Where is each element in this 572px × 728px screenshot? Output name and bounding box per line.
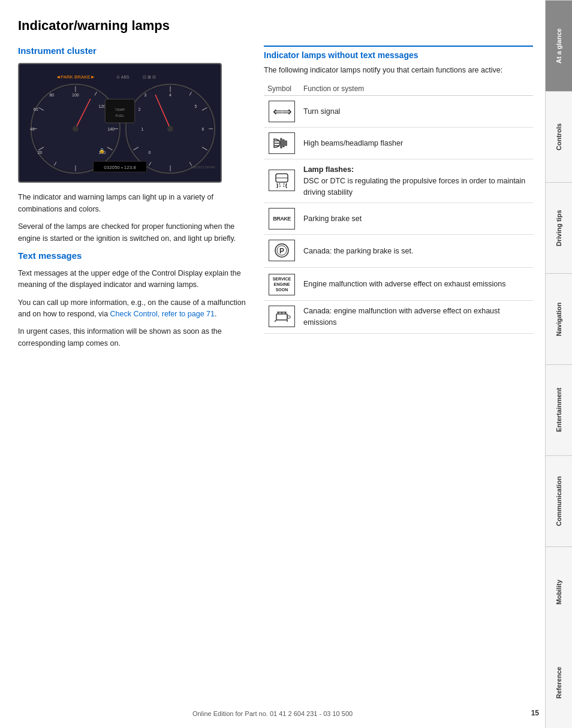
svg-text:60: 60 (34, 108, 38, 112)
right-column: Indicator lamps without text messages Th… (264, 46, 533, 710)
svg-line-71 (275, 320, 276, 322)
text-messages-para-2: You can call up more information, e.g., … (18, 297, 246, 321)
check-control-link[interactable]: Check Control, refer to page 71 (110, 310, 215, 318)
engine-canada-icon (269, 306, 295, 327)
body-para-2: Several of the lamps are checked for pro… (18, 221, 246, 244)
table-row: ⇐⇒ Turn signal (264, 96, 533, 128)
right-section-heading: Indicator lamps without text messages (264, 46, 533, 60)
svg-rect-55 (283, 140, 284, 147)
sidebar-item-driving-tips[interactable]: Driving tips (546, 182, 572, 273)
sidebar-item-communication[interactable]: Communication (546, 455, 572, 546)
side-navigation: At a glance Controls Driving tips Naviga… (545, 0, 572, 728)
function-cell-engine-canada: Canada: engine malfunction with adverse … (300, 300, 533, 333)
right-section-desc: The following indicator lamps notify you… (264, 65, 533, 76)
svg-point-43 (167, 126, 173, 132)
text-messages-heading: Text messages (18, 250, 246, 261)
svg-point-23 (73, 126, 79, 132)
footer-text: Online Edition for Part no. 01 41 2 604 … (0, 710, 545, 717)
svg-text:5: 5 (195, 105, 197, 109)
svg-text:0: 0 (148, 151, 150, 155)
function-cell-service-engine: Engine malfunction with adverse effect o… (300, 268, 533, 301)
table-row: SERVICEENGINESOON Engine malfunction wit… (264, 268, 533, 301)
symbol-cell-turn-signal: ⇐⇒ (264, 96, 300, 128)
col-header-function: Function or system (300, 82, 533, 96)
function-cell-brake: Parking brake set (300, 203, 533, 235)
svg-text:⊙ ABS: ⊙ ABS (116, 75, 130, 79)
text-messages-para-1: Text messages at the upper edge of the C… (18, 268, 246, 291)
sidebar-item-mobility[interactable]: Mobility (546, 546, 572, 638)
parking-circle-icon: P (269, 240, 295, 261)
svg-text:◄PARK BRAKE►: ◄PARK BRAKE► (56, 74, 95, 80)
table-row: Lamp flashes: DSC or DTC is regulating t… (264, 159, 533, 203)
symbol-cell-high-beams (264, 128, 300, 159)
symbol-cell-dsc (264, 159, 300, 203)
instrument-cluster-image: 100 120 140 160 80 60 40 20 (18, 63, 222, 183)
service-engine-icon: SERVICEENGINESOON (269, 274, 295, 295)
col-header-symbol: Symbol (264, 82, 300, 96)
svg-text:20: 20 (38, 151, 43, 155)
svg-text:1: 1 (142, 127, 144, 131)
function-cell-high-beams: High beams/headlamp flasher (300, 128, 533, 159)
svg-text:3: 3 (144, 93, 147, 97)
svg-text:140: 140 (107, 127, 115, 131)
svg-text:4: 4 (169, 93, 171, 97)
function-cell-turn-signal: Turn signal (300, 96, 533, 128)
instrument-cluster-heading: Instrument cluster (18, 46, 246, 56)
svg-text:40: 40 (30, 127, 35, 131)
left-column: Instrument cluster (18, 46, 246, 710)
table-row: P Canada: the parking brake is set. (264, 235, 533, 268)
svg-text:120: 120 (99, 105, 106, 109)
svg-rect-56 (285, 141, 287, 146)
svg-text:100: 100 (72, 93, 79, 97)
svg-rect-54 (281, 138, 282, 148)
sidebar-item-at-a-glance[interactable]: At a glance (546, 0, 572, 91)
symbol-cell-parking-canada: P (264, 235, 300, 268)
svg-text:032050 • 123.8: 032050 • 123.8 (104, 165, 136, 170)
table-row: Canada: engine malfunction with adverse … (264, 300, 533, 333)
table-row: BRAKE Parking brake set (264, 203, 533, 235)
function-cell-dsc: Lamp flashes: DSC or DTC is regulating t… (300, 159, 533, 203)
table-row: High beams/headlamp flasher (264, 128, 533, 159)
lamp-flashes-label: Lamp flashes: (303, 165, 354, 174)
brake-text-icon: BRAKE (269, 208, 295, 229)
svg-text:TEMP: TEMP (115, 108, 125, 112)
svg-text:MY0G115CMA: MY0G115CMA (191, 166, 215, 170)
dsc-icon (269, 170, 295, 191)
page-title: Indicator/warning lamps (18, 18, 533, 34)
turn-signal-icon: ⇐⇒ (269, 101, 295, 122)
svg-text:FUEL: FUEL (115, 114, 125, 118)
symbol-cell-brake: BRAKE (264, 203, 300, 235)
svg-text:🔒: 🔒 (99, 148, 105, 154)
svg-text:2: 2 (139, 108, 141, 112)
high-beams-icon (269, 132, 295, 154)
sidebar-item-controls[interactable]: Controls (546, 91, 572, 182)
sidebar-item-navigation[interactable]: Navigation (546, 273, 572, 364)
sidebar-item-reference[interactable]: Reference (546, 638, 572, 728)
body-para-1: The indicator and warning lamps can ligh… (18, 192, 246, 215)
symbol-cell-service-engine: SERVICEENGINESOON (264, 268, 300, 301)
svg-text:⊡ ⊠ ⊟: ⊡ ⊠ ⊟ (143, 75, 156, 79)
sidebar-item-entertainment[interactable]: Entertainment (546, 364, 572, 455)
function-cell-parking-canada: Canada: the parking brake is set. (300, 235, 533, 268)
indicator-lamps-table: Symbol Function or system ⇐⇒ (264, 82, 533, 333)
svg-text:P: P (279, 247, 284, 255)
svg-text:6: 6 (201, 127, 204, 131)
text-messages-para-3: In urgent cases, this information will b… (18, 326, 246, 349)
svg-text:80: 80 (50, 93, 55, 97)
svg-rect-65 (276, 314, 287, 320)
symbol-cell-engine-canada (264, 300, 300, 333)
dsc-desc: DSC or DTC is regulating the propulsive … (303, 177, 525, 197)
main-content: Indicator/warning lamps Instrument clust… (0, 0, 545, 728)
